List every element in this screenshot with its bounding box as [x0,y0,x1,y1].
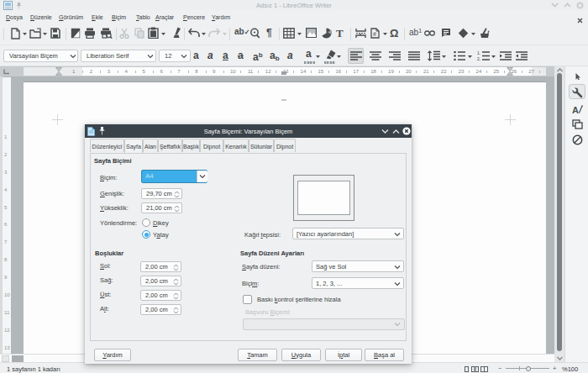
svg-text:#: # [373,31,376,37]
svg-text:A: A [572,105,579,115]
svg-text:2.: 2. [477,56,480,60]
svg-text:1.: 1. [477,51,480,55]
